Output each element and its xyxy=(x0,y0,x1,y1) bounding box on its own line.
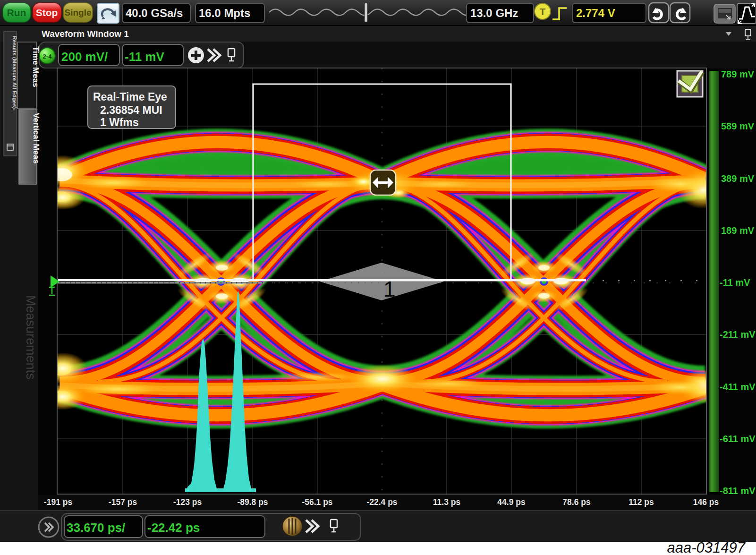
svg-text:11.3 ps: 11.3 ps xyxy=(433,497,461,507)
svg-text:33.670 ps/: 33.670 ps/ xyxy=(67,521,125,535)
svg-text:Run: Run xyxy=(7,7,26,18)
svg-text:-411 mV: -411 mV xyxy=(720,382,756,392)
svg-text:-11 mV: -11 mV xyxy=(720,277,750,288)
svg-text:T: T xyxy=(540,7,545,17)
svg-text:389 mV: 389 mV xyxy=(721,173,755,184)
svg-text:2.36854 MUI: 2.36854 MUI xyxy=(100,104,162,116)
svg-text:112 ps: 112 ps xyxy=(629,497,654,507)
svg-text:aaa-031497: aaa-031497 xyxy=(667,539,746,555)
svg-text:-211 mV: -211 mV xyxy=(720,329,756,340)
svg-text:146 ps: 146 ps xyxy=(693,497,719,507)
svg-text:Waveform Window 1: Waveform Window 1 xyxy=(42,29,129,39)
svg-text:13.0 GHz: 13.0 GHz xyxy=(470,7,518,19)
svg-text:589 mV: 589 mV xyxy=(721,121,755,131)
svg-text:44.9 ps: 44.9 ps xyxy=(497,497,526,507)
svg-text:2-4: 2-4 xyxy=(43,53,52,60)
svg-text:Vertical Meas: Vertical Meas xyxy=(32,113,41,164)
svg-text:-611 mV: -611 mV xyxy=(720,434,756,444)
svg-text:2.774 V: 2.774 V xyxy=(576,7,615,19)
svg-text:40.0 GSa/s: 40.0 GSa/s xyxy=(126,7,183,19)
svg-text:789 mV: 789 mV xyxy=(721,69,755,79)
svg-text:-22.42 ps: -22.42 ps xyxy=(147,521,200,535)
svg-text:Stop: Stop xyxy=(36,7,58,18)
svg-text:Single: Single xyxy=(64,8,91,17)
svg-text:Time Meas: Time Meas xyxy=(31,46,40,87)
svg-text:Real-Time Eye: Real-Time Eye xyxy=(93,91,167,103)
svg-text:78.6 ps: 78.6 ps xyxy=(562,497,591,507)
svg-text:16.0 Mpts: 16.0 Mpts xyxy=(199,7,250,19)
svg-text:-22.4 ps: -22.4 ps xyxy=(366,497,397,507)
svg-text:200 mV/: 200 mV/ xyxy=(61,50,108,64)
svg-text:Results (Measure All Edges)-: Results (Measure All Edges)- xyxy=(12,36,17,111)
svg-text:-157 ps: -157 ps xyxy=(109,497,137,507)
svg-text:189 mV: 189 mV xyxy=(721,225,755,236)
svg-text:1 Wfms: 1 Wfms xyxy=(100,116,139,128)
svg-text:-811 mV: -811 mV xyxy=(720,486,756,496)
svg-text:Measurements: Measurements xyxy=(24,295,38,380)
svg-text:-89.8 ps: -89.8 ps xyxy=(237,497,268,507)
svg-text:-191 ps: -191 ps xyxy=(44,497,73,507)
svg-text:-123 ps: -123 ps xyxy=(173,497,202,507)
svg-text:-56.1 ps: -56.1 ps xyxy=(302,497,332,507)
svg-text:-11 mV: -11 mV xyxy=(125,50,164,64)
